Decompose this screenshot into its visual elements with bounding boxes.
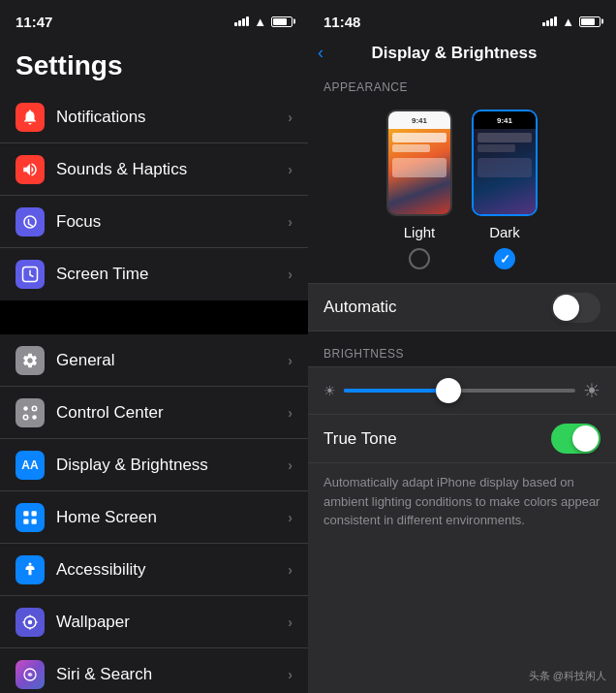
wallpaper-label: Wallpaper [56, 613, 288, 632]
control-label: Control Center [56, 403, 288, 423]
left-status-bar: 11:47 ▲ [0, 0, 308, 43]
svg-rect-8 [32, 519, 37, 523]
homescreen-label: Home Screen [56, 508, 288, 527]
back-button[interactable]: ‹ [318, 43, 323, 63]
chevron-icon: › [288, 510, 293, 525]
true-tone-toggle[interactable] [551, 424, 601, 454]
light-label: Light [404, 224, 436, 240]
dark-label: Dark [489, 224, 520, 240]
appearance-section-label: APPEARANCE [308, 73, 616, 100]
sidebar-item-screentime[interactable]: Screen Time › [0, 248, 308, 300]
left-status-time: 11:47 [15, 14, 52, 30]
display-icon: AA [15, 451, 45, 480]
signal-icon [542, 16, 557, 26]
right-status-bar: 11:48 ▲ [308, 0, 616, 43]
dark-phone-screen [474, 129, 536, 214]
svg-point-11 [28, 619, 33, 624]
right-panel: 11:48 ▲ ‹ Display & Brightness APPEARANC… [308, 0, 616, 693]
sidebar-item-control[interactable]: Control Center › [0, 387, 308, 439]
true-tone-row: True Tone [308, 414, 616, 462]
sidebar-item-homescreen[interactable]: Home Screen › [0, 491, 308, 544]
battery-icon [579, 16, 601, 27]
brightness-row: ☀ ☀ [323, 379, 601, 402]
signal-icon [234, 16, 249, 26]
sidebar-item-general[interactable]: General › [0, 334, 308, 387]
dark-option[interactable]: 9:41 Dark ✓ [472, 110, 538, 269]
wallpaper-icon [15, 608, 45, 637]
automatic-label: Automatic [323, 298, 551, 317]
light-phone-screen [388, 129, 450, 214]
screentime-icon [15, 260, 45, 289]
sidebar-item-accessibility[interactable]: Accessibility › [0, 544, 308, 596]
settings-group-2: General › Control Center › AA Display & [0, 334, 308, 693]
check-icon: ✓ [500, 252, 510, 267]
svg-point-1 [23, 406, 28, 411]
homescreen-icon [15, 503, 45, 532]
screentime-label: Screen Time [56, 265, 288, 284]
sidebar-item-siri[interactable]: Siri & Search › [0, 648, 308, 693]
brightness-section: ☀ ☀ [308, 366, 616, 414]
wifi-icon: ▲ [562, 15, 574, 29]
group-separator [0, 300, 308, 334]
notifications-icon [15, 103, 45, 132]
left-panel: 11:47 ▲ Settings Notifi [0, 0, 308, 693]
sidebar-item-display[interactable]: AA Display & Brightness › [0, 439, 308, 491]
brightness-section-label: BRIGHTNESS [308, 339, 616, 366]
dark-phone-mockup: 9:41 [472, 110, 538, 216]
focus-label: Focus [56, 212, 288, 232]
wifi-icon: ▲ [254, 15, 266, 29]
left-status-icons: ▲ [234, 15, 293, 29]
display-label: Display & Brightness [56, 456, 288, 475]
light-phone-mockup: 9:41 [386, 110, 452, 216]
chevron-icon: › [288, 267, 293, 282]
accessibility-label: Accessibility [56, 560, 288, 580]
chevron-icon: › [288, 214, 293, 230]
general-icon [15, 346, 45, 375]
right-status-time: 11:48 [323, 14, 360, 30]
sidebar-item-wallpaper[interactable]: Wallpaper › [0, 596, 308, 648]
brightness-low-icon: ☀ [323, 383, 336, 398]
slider-thumb [436, 378, 461, 403]
sidebar-item-sounds[interactable]: Sounds & Haptics › [0, 143, 308, 196]
chevron-icon: › [288, 562, 293, 578]
control-icon [15, 398, 45, 427]
sidebar-item-notifications[interactable]: Notifications › [0, 91, 308, 143]
chevron-icon: › [288, 457, 293, 473]
light-phone-status: 9:41 [388, 111, 450, 129]
svg-rect-5 [23, 511, 28, 516]
right-status-icons: ▲ [542, 15, 601, 29]
automatic-toggle[interactable] [551, 293, 601, 323]
automatic-row: Automatic [308, 283, 616, 331]
light-option[interactable]: 9:41 Light [386, 110, 452, 269]
dark-radio[interactable]: ✓ [494, 248, 515, 269]
chevron-icon: › [288, 667, 293, 682]
slider-track [344, 389, 575, 393]
siri-label: Siri & Search [56, 665, 288, 684]
general-label: General [56, 351, 288, 370]
focus-icon [15, 207, 45, 236]
sounds-label: Sounds & Haptics [56, 160, 288, 179]
chevron-icon: › [288, 614, 293, 630]
brightness-slider[interactable] [344, 381, 575, 400]
sidebar-item-focus[interactable]: Focus › [0, 196, 308, 248]
accessibility-icon [15, 555, 45, 584]
right-page-title: Display & Brightness [327, 44, 601, 63]
chevron-icon: › [288, 110, 293, 125]
true-tone-label: True Tone [323, 429, 551, 449]
right-content: APPEARANCE 9:41 Light [308, 73, 616, 693]
right-header: ‹ Display & Brightness [308, 43, 616, 73]
notifications-label: Notifications [56, 108, 288, 127]
dark-phone-status: 9:41 [474, 111, 536, 129]
svg-point-2 [32, 406, 37, 411]
left-page-title: Settings [0, 43, 308, 91]
svg-point-9 [29, 562, 32, 565]
settings-list: Notifications › Sounds & Haptics › [0, 91, 308, 693]
toggle-knob [553, 295, 579, 321]
appearance-row: 9:41 Light 9:41 [308, 100, 616, 283]
svg-point-3 [23, 415, 28, 420]
slider-fill [344, 389, 448, 393]
light-radio[interactable] [409, 248, 430, 269]
svg-rect-6 [32, 511, 37, 516]
siri-icon [15, 660, 45, 689]
svg-point-4 [32, 415, 37, 420]
